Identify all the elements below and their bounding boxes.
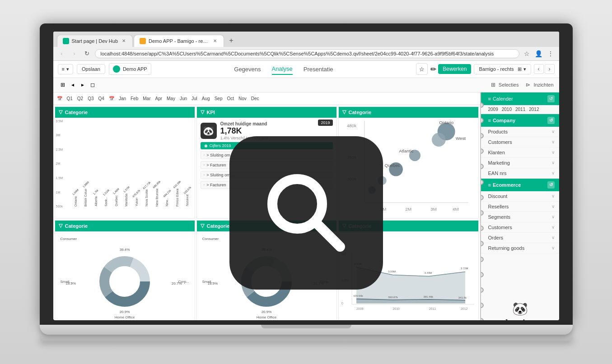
- nav-right-button[interactable]: ›: [545, 64, 555, 74]
- returning-chevron-icon: ∨: [551, 245, 555, 250]
- sidebar-item-ean[interactable]: EAN nrs ∨: [481, 168, 559, 179]
- laptop-base: [40, 325, 573, 335]
- area-x-2012: 2012: [460, 307, 467, 310]
- bubble-quebec-label: Quebec: [384, 162, 400, 167]
- month-nov[interactable]: Nov: [238, 96, 247, 101]
- tab-gegevens[interactable]: Gegevens: [234, 64, 261, 74]
- customers-eco-chevron-icon: ∨: [551, 225, 555, 230]
- menu-dots-icon[interactable]: ⋮: [546, 49, 556, 59]
- ecommerce-section-header[interactable]: ≡ Ecommerce ↺: [481, 179, 559, 191]
- kpi-item-label-1: > Facturen: [206, 163, 226, 167]
- year-2010[interactable]: 2010: [502, 107, 512, 112]
- calendar-years: 2009 2010 2011 2012: [481, 105, 559, 114]
- month-oct[interactable]: Oct: [227, 96, 234, 101]
- quarter-q4[interactable]: Q4: [98, 96, 104, 101]
- discount-chevron-icon: ∨: [551, 194, 555, 198]
- month-may[interactable]: May: [167, 96, 175, 101]
- selections-panel-button[interactable]: ⊞ Selecties: [489, 81, 519, 89]
- square-icon[interactable]: ◻: [89, 81, 97, 89]
- save-button[interactable]: Opslaan: [77, 64, 105, 74]
- sidebar-item-discount[interactable]: Discount ∨: [481, 191, 559, 202]
- grid-icon[interactable]: ⊞: [59, 81, 67, 89]
- forward-button[interactable]: ›: [70, 49, 79, 59]
- forward-step-icon[interactable]: ▸: [79, 81, 87, 89]
- quarter-q2[interactable]: Q2: [77, 96, 83, 101]
- ean-chevron-icon: ∨: [551, 170, 555, 175]
- save-label: Opslaan: [82, 66, 100, 72]
- app-logo-icon: [113, 65, 120, 73]
- company-filter-icon: ≡: [488, 118, 491, 123]
- tab-presentatie[interactable]: Presentatie: [304, 64, 333, 74]
- kpi-logo: 🐼: [201, 123, 217, 139]
- menu-button[interactable]: ≡ ▾: [58, 64, 73, 74]
- tab-1[interactable]: Start page | Dev Hub ✕: [57, 35, 133, 47]
- new-tab-button[interactable]: +: [225, 34, 238, 47]
- year-2009[interactable]: 2009: [488, 107, 498, 112]
- bar-group-0: 1,04MOntario: [71, 195, 80, 207]
- month-sep[interactable]: Sep: [215, 96, 223, 101]
- ecommerce-reset-button[interactable]: ↺: [547, 181, 555, 189]
- quarter-q3[interactable]: Q3: [88, 96, 93, 101]
- insights-panel-button[interactable]: ⊳ Inzichten: [524, 81, 553, 89]
- bubble-west-label: West: [456, 135, 466, 140]
- products-label: Products: [488, 129, 508, 134]
- resellers-label: Resellers: [488, 204, 509, 209]
- tab-1-close[interactable]: ✕: [121, 38, 127, 44]
- bar-value-10: 410,38k: [173, 180, 182, 189]
- sidebar-item-products[interactable]: Products ∨: [481, 127, 559, 137]
- svg-point-6: [111, 268, 138, 295]
- month-mar[interactable]: Mar: [143, 96, 150, 101]
- address-input[interactable]: localhost:4848/sense/app/C%3A%5CUsers%5C…: [95, 49, 519, 58]
- bar-group-3: 1,51MSask...: [102, 196, 111, 206]
- month-jun[interactable]: Jun: [180, 96, 187, 101]
- year-2012[interactable]: 2012: [529, 107, 539, 112]
- month-jan[interactable]: Jan: [119, 96, 126, 101]
- right-sidebar: ≡ Calender ↺ 2009 2010 2011 2012 ≡ Compa…: [480, 92, 559, 320]
- bookmark-icon[interactable]: ☆: [522, 49, 532, 59]
- area-val-372m: 3.72M: [460, 267, 468, 270]
- edit-button[interactable]: Bewerken: [438, 64, 471, 74]
- month-aug[interactable]: Aug: [202, 96, 210, 101]
- back-step-icon[interactable]: ◂: [69, 81, 77, 89]
- company-section-header[interactable]: ≡ Company ↺: [481, 114, 559, 127]
- nav-left-button[interactable]: ‹: [534, 64, 544, 74]
- sidebar-item-resellers[interactable]: Resellers ∨: [481, 202, 559, 212]
- tab-analyse[interactable]: Analyse: [272, 64, 293, 75]
- sidebar-item-returning[interactable]: Returning goods ∨: [481, 243, 559, 253]
- month-apr[interactable]: Apr: [155, 96, 162, 101]
- calendar-reset-button[interactable]: ↺: [547, 95, 555, 102]
- month-dec[interactable]: Dec: [251, 96, 259, 101]
- app-logo-label: Demo APP: [123, 66, 147, 72]
- logo-button[interactable]: Demo APP: [109, 63, 151, 75]
- calendar-section: ≡ Calender ↺: [481, 92, 559, 105]
- month-feb[interactable]: Feb: [131, 96, 138, 101]
- sidebar-item-orders[interactable]: Orders ∨: [481, 233, 559, 243]
- sidebar-item-segments[interactable]: Segments ∨: [481, 212, 559, 222]
- bar-value-7: 817,73k: [142, 181, 151, 189]
- area-val-381k: 381.46k: [423, 295, 433, 298]
- bar-value-4: 1,46M: [112, 188, 120, 195]
- y-label-5: 1M: [56, 191, 63, 194]
- sidebar-item-customers[interactable]: Customers ∨: [481, 137, 559, 147]
- sidebar-item-customers-eco[interactable]: Customers ∨: [481, 222, 559, 233]
- ecommerce-filter-icon: ≡: [488, 182, 491, 188]
- sidebar-item-marketing[interactable]: Marketing ∨: [481, 158, 559, 168]
- reload-button[interactable]: ↻: [82, 49, 92, 59]
- account-icon[interactable]: 👤: [534, 49, 544, 59]
- year-2011[interactable]: 2011: [515, 107, 525, 112]
- workspace-button[interactable]: Bamigo - rechts ⊞ ▾: [474, 64, 531, 74]
- sidebar-item-klanten[interactable]: Klanten ∨: [481, 147, 559, 158]
- bar-label-3: Sask...: [104, 197, 107, 206]
- toolbar-bookmark-button[interactable]: ☆: [416, 63, 428, 75]
- tab-2-close[interactable]: ✕: [212, 38, 218, 44]
- back-button[interactable]: ‹: [57, 49, 67, 59]
- search-overlay: [229, 136, 383, 290]
- quarter-q1[interactable]: Q1: [67, 96, 73, 101]
- tab-2[interactable]: Demo APP - Bamigo - rechts | W... ✕: [134, 35, 224, 47]
- klanten-chevron-icon: ∨: [551, 150, 555, 155]
- workspace-icon: ⊞: [518, 66, 522, 72]
- tab-bar: Start page | Dev Hub ✕ Demo APP - Bamigo…: [53, 32, 559, 47]
- company-reset-button[interactable]: ↺: [547, 117, 555, 124]
- month-jul[interactable]: Jul: [192, 96, 197, 101]
- bar-group-4: 1,46MQuebec: [112, 194, 121, 207]
